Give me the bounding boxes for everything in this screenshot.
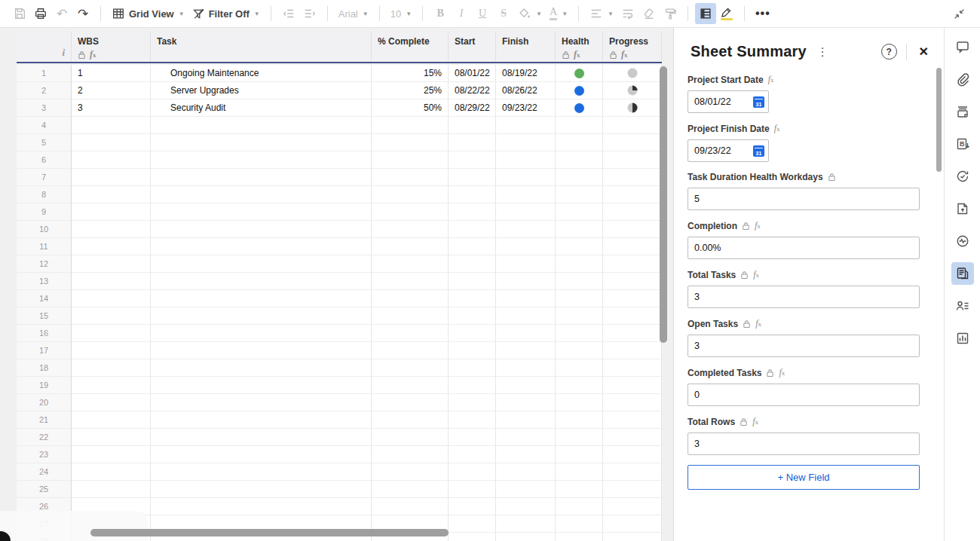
cell-pct[interactable] (372, 377, 449, 394)
cell-health[interactable] (556, 221, 603, 238)
cell-finish[interactable] (496, 325, 556, 342)
cell-finish[interactable]: 08/26/22 (496, 82, 556, 99)
cell-wbs[interactable] (72, 255, 151, 273)
cell-task[interactable] (151, 117, 372, 134)
cell-task[interactable] (151, 342, 372, 359)
cell-finish[interactable] (496, 134, 556, 151)
cell-task[interactable]: Security Audit (151, 99, 372, 117)
cell-pct[interactable] (372, 186, 449, 203)
cell-pct[interactable] (372, 498, 449, 515)
cell-start[interactable] (449, 273, 496, 290)
cell-pct[interactable] (372, 359, 449, 377)
cell-health[interactable] (556, 169, 603, 186)
cell-pct[interactable] (372, 273, 449, 290)
cell-health[interactable] (556, 429, 603, 446)
row-number[interactable]: 22 (17, 429, 72, 446)
cell-progress[interactable] (603, 325, 662, 342)
cell-start[interactable] (449, 151, 496, 169)
new-field-button[interactable]: + New Field (688, 465, 920, 490)
cell-health[interactable] (556, 134, 603, 151)
cell-progress[interactable] (603, 203, 662, 221)
cell-pct[interactable] (372, 481, 449, 498)
cell-wbs[interactable] (72, 238, 151, 255)
cell-pct[interactable] (372, 411, 449, 429)
grid-vertical-scrollbar[interactable] (660, 66, 667, 343)
cell-pct[interactable]: 50% (372, 99, 449, 117)
cell-pct[interactable] (372, 169, 449, 186)
cell-start[interactable] (449, 533, 496, 541)
cell-finish[interactable] (496, 221, 556, 238)
cell-pct[interactable] (372, 446, 449, 463)
close-icon[interactable]: ✕ (916, 43, 932, 60)
field-input-total-rows[interactable] (688, 432, 920, 455)
row-number[interactable]: 23 (17, 446, 72, 463)
cell-start[interactable] (449, 377, 496, 394)
bold-button[interactable]: B (430, 3, 451, 24)
row-number[interactable]: 10 (17, 221, 72, 238)
cell-wbs[interactable] (72, 429, 151, 446)
calendar-icon[interactable]: 31 (753, 145, 764, 157)
cell-wbs[interactable] (72, 273, 151, 290)
cell-finish[interactable] (496, 429, 556, 446)
print-button[interactable] (30, 3, 51, 24)
font-size-selector[interactable]: 10 ▼ (387, 3, 415, 24)
cell-health[interactable] (556, 446, 603, 463)
cell-health[interactable] (556, 377, 603, 394)
cell-pct[interactable] (372, 463, 449, 481)
cell-health[interactable] (556, 498, 603, 515)
cell-finish[interactable] (496, 273, 556, 290)
row-number[interactable]: 8 (17, 186, 72, 203)
cell-task[interactable] (151, 134, 372, 151)
redo-button[interactable]: ↷ (72, 3, 93, 24)
cell-pct[interactable] (372, 151, 449, 169)
cell-pct[interactable]: 25% (372, 82, 449, 99)
cell-wbs[interactable] (72, 290, 151, 307)
cell-progress[interactable] (603, 65, 662, 82)
cell-finish[interactable] (496, 186, 556, 203)
cell-wbs[interactable] (72, 359, 151, 377)
cell-pct[interactable] (372, 134, 449, 151)
cell-health[interactable] (556, 307, 603, 325)
cell-pct[interactable] (372, 325, 449, 342)
cell-start[interactable] (449, 325, 496, 342)
column-header-wbs[interactable]: WBSfx (72, 32, 151, 62)
cell-pct[interactable] (372, 238, 449, 255)
row-number[interactable]: 13 (17, 273, 72, 290)
cell-health[interactable] (556, 99, 603, 117)
cell-task[interactable] (151, 238, 372, 255)
cell-health[interactable] (556, 411, 603, 429)
cell-health[interactable] (556, 463, 603, 481)
column-header-progress[interactable]: Progressfx (603, 32, 662, 62)
cell-wbs[interactable] (72, 394, 151, 411)
cell-pct[interactable] (372, 307, 449, 325)
cell-start[interactable] (449, 429, 496, 446)
cell-pct[interactable] (372, 342, 449, 359)
italic-button[interactable]: I (451, 3, 472, 24)
row-number[interactable]: 17 (17, 342, 72, 359)
cell-finish[interactable] (496, 151, 556, 169)
cell-start[interactable] (449, 290, 496, 307)
cell-progress[interactable] (603, 359, 662, 377)
cell-finish[interactable] (496, 342, 556, 359)
cell-task[interactable] (151, 203, 372, 221)
cell-health[interactable] (556, 65, 603, 82)
cell-task[interactable] (151, 186, 372, 203)
cell-wbs[interactable] (72, 134, 151, 151)
cell-pct[interactable] (372, 255, 449, 273)
cell-task[interactable] (151, 429, 372, 446)
cell-progress[interactable] (603, 411, 662, 429)
calendar-icon[interactable]: 31 (753, 96, 764, 108)
row-number[interactable]: 3 (17, 99, 72, 117)
cell-health[interactable] (556, 203, 603, 221)
cell-wbs[interactable] (72, 342, 151, 359)
cell-pct[interactable] (372, 290, 449, 307)
cell-task[interactable] (151, 151, 372, 169)
kebab-menu-icon[interactable]: ⋮ (814, 44, 831, 60)
cell-task[interactable] (151, 221, 372, 238)
column-header-pct[interactable]: % Complete (372, 32, 449, 62)
field-input-completion[interactable] (688, 237, 920, 259)
cell-progress[interactable] (603, 169, 662, 186)
save-button[interactable] (9, 3, 30, 24)
cell-progress[interactable] (603, 307, 662, 325)
font-family-selector[interactable]: Arial ▼ (335, 3, 372, 24)
